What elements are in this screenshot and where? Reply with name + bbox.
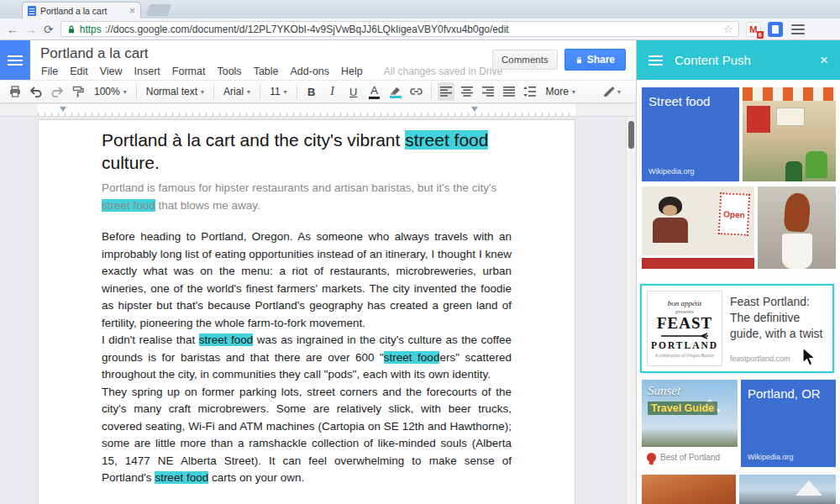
pencil-icon xyxy=(602,86,615,98)
text-highlight: street food xyxy=(384,351,440,364)
right-indent-marker[interactable] xyxy=(471,107,478,112)
align-right-icon[interactable] xyxy=(480,82,496,101)
card-photo-cart-vendor[interactable]: Open xyxy=(642,186,754,269)
chevron-down-icon: ▾ xyxy=(284,88,287,96)
vendor-graphic xyxy=(663,205,677,216)
extension-badge: 6 xyxy=(757,31,764,39)
card-source: feastportland.com xyxy=(730,354,790,363)
docs-toolbar: 100% ▾ Normal text ▾ Arial ▾ 11 ▾ B I U … xyxy=(0,80,636,103)
chevron-down-icon: ▾ xyxy=(123,88,127,96)
panel-title: Content Push xyxy=(675,53,808,67)
back-icon[interactable]: ← xyxy=(7,24,18,35)
new-tab-button[interactable] xyxy=(146,4,172,16)
font-value: Arial xyxy=(223,86,244,97)
cursor-pointer-icon xyxy=(802,347,816,370)
card-title: Portland, OR xyxy=(748,386,829,402)
url-text: ://docs.google.com/document/d/12PL7YKObI… xyxy=(105,24,720,35)
menu-edit[interactable]: Edit xyxy=(64,64,94,79)
tab-close-icon[interactable]: × xyxy=(129,6,135,16)
left-indent-marker[interactable] xyxy=(60,107,66,112)
browser-navbar: ← → ⟳ https://docs.google.com/document/d… xyxy=(0,18,840,40)
panel-menu-icon[interactable] xyxy=(648,55,663,66)
content-push-body: Street food Wikipedia.org Open bon appét… xyxy=(637,80,840,504)
insert-link-icon[interactable] xyxy=(408,82,425,101)
content-push-header: Content Push × xyxy=(637,40,840,80)
card-photo-food-cone[interactable] xyxy=(758,186,836,269)
highlight-color-button[interactable] xyxy=(387,82,404,101)
more-button[interactable]: More ▾ xyxy=(543,82,579,101)
vendor-graphic xyxy=(653,218,688,243)
menu-file[interactable]: File xyxy=(35,64,64,79)
edit-mode-button[interactable]: ▾ xyxy=(602,86,621,98)
logo-presents: presents xyxy=(675,308,693,314)
document-page[interactable]: Portland à la cart and the city's vibran… xyxy=(38,119,575,504)
align-justify-icon[interactable] xyxy=(501,82,517,101)
fork-icon xyxy=(659,332,710,340)
ruler[interactable] xyxy=(0,104,636,117)
chrome-menu-icon[interactable] xyxy=(791,24,805,34)
url-scheme: https xyxy=(80,24,102,35)
gmail-extension-icon[interactable]: M 6 xyxy=(746,22,761,37)
style-dropdown[interactable]: Normal text ▾ xyxy=(143,82,207,101)
card-portland-or-wikipedia[interactable]: Portland, OR Wikipedia.org xyxy=(741,380,836,467)
card-caption: Best of Portland xyxy=(660,453,720,462)
docs-region: Portland a la cart File Edit View Insert… xyxy=(0,40,636,504)
logo-script: bon appétit xyxy=(668,299,702,307)
card-photo-partial-left[interactable] xyxy=(642,475,736,504)
text-highlight: street food xyxy=(199,333,254,346)
menu-insert[interactable]: Insert xyxy=(129,64,166,79)
menu-tools[interactable]: Tools xyxy=(211,64,247,79)
document-scrollbar[interactable] xyxy=(626,117,636,504)
document-title[interactable]: Portland a la cart xyxy=(40,45,149,62)
document-canvas[interactable]: Portland à la cart and the city's vibran… xyxy=(0,117,626,504)
docs-hamburger-icon[interactable] xyxy=(0,40,30,80)
forward-icon[interactable]: → xyxy=(25,24,37,35)
cone-graphic xyxy=(783,192,811,233)
bookmark-star-icon[interactable]: ☆ xyxy=(723,23,733,35)
bold-button[interactable]: B xyxy=(303,82,320,101)
toolbar-separator xyxy=(260,84,260,99)
scrollbar-thumb[interactable] xyxy=(628,121,634,149)
share-button[interactable]: Share xyxy=(564,49,626,71)
logo-sub: PORTLAND xyxy=(651,341,718,351)
card-street-food-wikipedia[interactable]: Street food Wikipedia.org xyxy=(642,87,739,181)
underline-button[interactable]: U xyxy=(345,82,362,101)
docs-extension-icon[interactable] xyxy=(768,22,783,37)
align-center-icon[interactable] xyxy=(459,82,475,101)
undo-icon[interactable] xyxy=(28,82,45,101)
person-graphic xyxy=(785,161,802,181)
paint-format-icon[interactable] xyxy=(70,82,87,101)
print-icon[interactable] xyxy=(7,82,24,101)
document-heading: Portland à la cart and the city's vibran… xyxy=(102,129,512,174)
menu-format[interactable]: Format xyxy=(166,64,212,79)
browser-tab[interactable]: Portland a la cart × xyxy=(22,2,141,18)
font-size-dropdown[interactable]: 11 ▾ xyxy=(266,82,290,101)
refresh-icon[interactable]: ⟳ xyxy=(44,24,54,35)
menu-view[interactable]: View xyxy=(94,64,129,79)
url-bar[interactable]: https://docs.google.com/document/d/12PL7… xyxy=(60,21,739,37)
subtitle-highlight: street food xyxy=(102,199,155,212)
zoom-dropdown[interactable]: 100% ▾ xyxy=(91,82,130,101)
panel-close-icon[interactable]: × xyxy=(820,53,828,67)
card-title: Feast Portland: The definitive guide, wi… xyxy=(730,294,827,342)
menu-help[interactable]: Help xyxy=(335,64,369,79)
card-title: Travel Guide xyxy=(648,402,717,415)
card-photo-partial-right[interactable] xyxy=(739,475,836,504)
chevron-down-icon: ▾ xyxy=(572,88,575,96)
card-photo-food-stall[interactable] xyxy=(743,87,836,181)
chevron-down-icon: ▾ xyxy=(201,88,204,96)
sunset-logo: Sunset xyxy=(648,384,680,398)
header-actions: Comments Share xyxy=(492,49,626,71)
comments-button[interactable]: Comments xyxy=(492,50,558,70)
redo-icon[interactable] xyxy=(49,82,66,101)
style-value: Normal text xyxy=(146,86,197,97)
line-spacing-icon[interactable] xyxy=(522,82,538,101)
card-sunset-travel-guide[interactable]: Sunset Travel Guide Best of Portland xyxy=(642,380,738,467)
italic-button[interactable]: I xyxy=(324,82,341,101)
menu-addons[interactable]: Add-ons xyxy=(285,64,336,79)
font-dropdown[interactable]: Arial ▾ xyxy=(220,82,254,101)
menu-table[interactable]: Table xyxy=(248,64,285,79)
text-color-button[interactable]: A xyxy=(366,82,383,101)
align-left-icon[interactable] xyxy=(438,82,454,101)
counter-graphic xyxy=(642,255,754,269)
